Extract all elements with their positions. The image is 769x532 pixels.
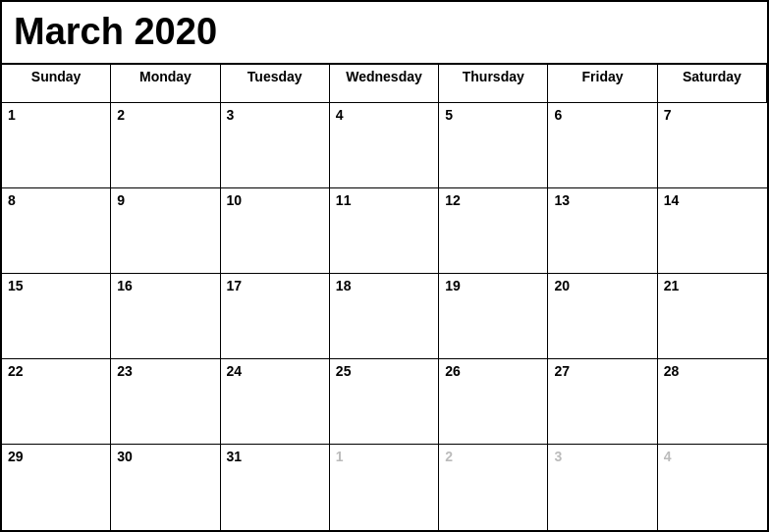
day-cell: 4 [658,445,767,530]
day-cell: 3 [548,445,657,530]
day-cell: 31 [221,445,330,530]
day-cell: 6 [548,103,657,188]
day-cell: 20 [548,274,657,359]
day-cell: 8 [2,188,111,274]
day-cell: 4 [330,103,439,188]
day-cell: 18 [330,274,439,359]
day-cell: 22 [2,359,111,445]
calendar-title: March 2020 [2,2,767,65]
day-cell: 17 [221,274,330,359]
day-cell: 15 [2,274,111,359]
day-header: Sunday [2,65,111,104]
day-cell: 27 [548,359,657,445]
day-cell: 10 [221,188,330,274]
day-cell: 3 [221,103,330,188]
day-cell: 28 [658,359,767,445]
day-cell: 14 [658,188,767,274]
day-header: Tuesday [221,65,330,104]
day-cell: 16 [111,274,220,359]
day-header: Saturday [658,65,767,104]
calendar: March 2020 SundayMondayTuesdayWednesdayT… [0,0,769,532]
day-cell: 2 [439,445,548,530]
calendar-grid: SundayMondayTuesdayWednesdayThursdayFrid… [2,65,767,530]
day-cell: 26 [439,359,548,445]
day-cell: 23 [111,359,220,445]
day-header: Monday [111,65,220,104]
day-header: Wednesday [330,65,439,104]
day-header: Thursday [439,65,548,104]
day-cell: 2 [111,103,220,188]
day-header: Friday [548,65,657,104]
day-cell: 9 [111,188,220,274]
day-cell: 21 [658,274,767,359]
day-cell: 7 [658,103,767,188]
day-cell: 1 [2,103,111,188]
day-cell: 11 [330,188,439,274]
day-cell: 30 [111,445,220,530]
day-cell: 1 [330,445,439,530]
day-cell: 25 [330,359,439,445]
day-cell: 29 [2,445,111,530]
day-cell: 19 [439,274,548,359]
day-cell: 24 [221,359,330,445]
day-cell: 13 [548,188,657,274]
day-cell: 5 [439,103,548,188]
day-cell: 12 [439,188,548,274]
